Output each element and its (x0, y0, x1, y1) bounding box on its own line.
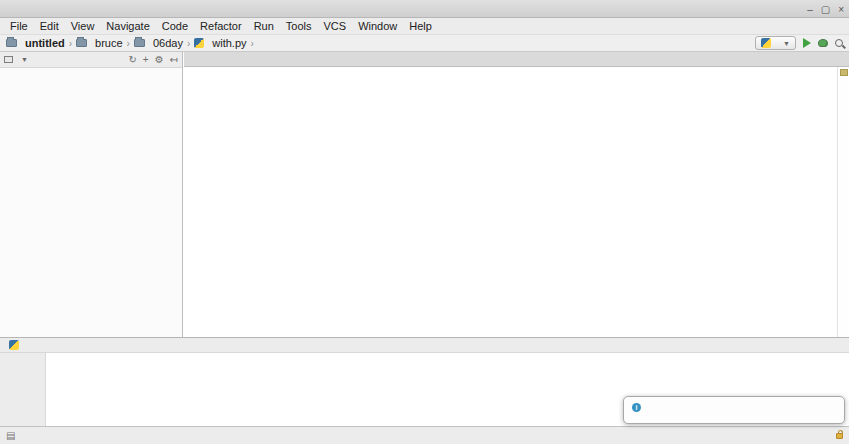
run-config-selector[interactable]: ▼ (755, 36, 796, 50)
chevron-down-icon: ▼ (783, 40, 790, 47)
folder-file-icon (6, 39, 17, 47)
breadcrumb-label: bruce (95, 37, 123, 49)
breadcrumb-separator-icon: › (127, 38, 130, 49)
breadcrumb-item-withpy[interactable]: with.py (194, 37, 246, 49)
minimize-button[interactable]: – (807, 1, 813, 18)
python-icon (9, 340, 19, 350)
pycharm-window: –▢× FileEditViewNavigateCodeRefactorRunT… (0, 0, 849, 444)
close-button[interactable]: × (838, 1, 844, 18)
folder-file-icon (76, 39, 87, 47)
info-icon: i (632, 403, 641, 412)
status-bar: ▤ (0, 426, 849, 444)
hide-panel-icon[interactable]: ↤ (170, 54, 178, 65)
run-button[interactable] (803, 38, 811, 48)
locate-icon[interactable]: + (143, 54, 149, 65)
folder-file-icon (134, 39, 145, 47)
project-icon (4, 56, 13, 63)
menu-run[interactable]: Run (248, 18, 280, 34)
breadcrumb-separator-icon: › (69, 38, 72, 49)
breadcrumb-label: 06day (153, 37, 183, 49)
menu-view[interactable]: View (65, 18, 101, 34)
run-panel-toolbar (0, 353, 46, 426)
search-icon[interactable] (835, 39, 843, 47)
chevron-down-icon: ▼ (21, 56, 28, 63)
navigation-bar: untitled›bruce›06day›with.py› ▼ (0, 35, 849, 52)
menu-edit[interactable]: Edit (34, 18, 65, 34)
project-panel: ▼ ↻+⚙↤ (0, 52, 183, 337)
project-panel-toolbar: ↻+⚙↤ (128, 54, 178, 65)
project-tree (0, 68, 182, 336)
main-area: ▼ ↻+⚙↤ (0, 52, 849, 337)
code-editor[interactable] (184, 67, 849, 337)
menu-bar: FileEditViewNavigateCodeRefactorRunTools… (0, 18, 849, 35)
menu-window[interactable]: Window (352, 18, 403, 34)
menu-vcs[interactable]: VCS (318, 18, 353, 34)
settings-icon[interactable]: ⚙ (155, 54, 164, 65)
notification-balloon[interactable]: i (623, 396, 845, 424)
menu-code[interactable]: Code (156, 18, 194, 34)
breadcrumb-item-untitled[interactable]: untitled (6, 37, 65, 49)
breadcrumb-separator-icon: › (251, 38, 254, 49)
scrollbar-error-stripe[interactable] (837, 67, 849, 337)
maximize-button[interactable]: ▢ (821, 1, 830, 18)
warnings-indicator[interactable] (840, 69, 848, 76)
readonly-lock-icon[interactable] (836, 433, 843, 439)
breadcrumb-label: with.py (212, 37, 246, 49)
py-file-icon (194, 38, 204, 48)
breadcrumb-item-bruce[interactable]: bruce (76, 37, 123, 49)
window-controls: –▢× (807, 0, 844, 18)
sync-icon[interactable]: ↻ (128, 54, 136, 65)
menu-file[interactable]: File (4, 18, 34, 34)
breadcrumb: untitled›bruce›06day›with.py› (6, 37, 258, 49)
python-icon (761, 38, 771, 48)
breadcrumb-item-06day[interactable]: 06day (134, 37, 183, 49)
toolwindow-toggle-icon[interactable]: ▤ (6, 430, 15, 441)
project-panel-header: ▼ ↻+⚙↤ (0, 52, 182, 68)
run-controls: ▼ (755, 36, 843, 50)
breadcrumb-separator-icon: › (187, 38, 190, 49)
menu-tools[interactable]: Tools (280, 18, 318, 34)
project-tool-button[interactable]: ▼ (4, 56, 28, 63)
run-panel-header (0, 338, 849, 353)
menu-refactor[interactable]: Refactor (194, 18, 248, 34)
menu-navigate[interactable]: Navigate (100, 18, 155, 34)
menu-help[interactable]: Help (403, 18, 438, 34)
editor-tabs (184, 52, 849, 67)
breadcrumb-label: untitled (25, 37, 65, 49)
editor-area (184, 52, 849, 337)
title-bar: –▢× (0, 0, 849, 18)
debug-button[interactable] (818, 39, 828, 47)
